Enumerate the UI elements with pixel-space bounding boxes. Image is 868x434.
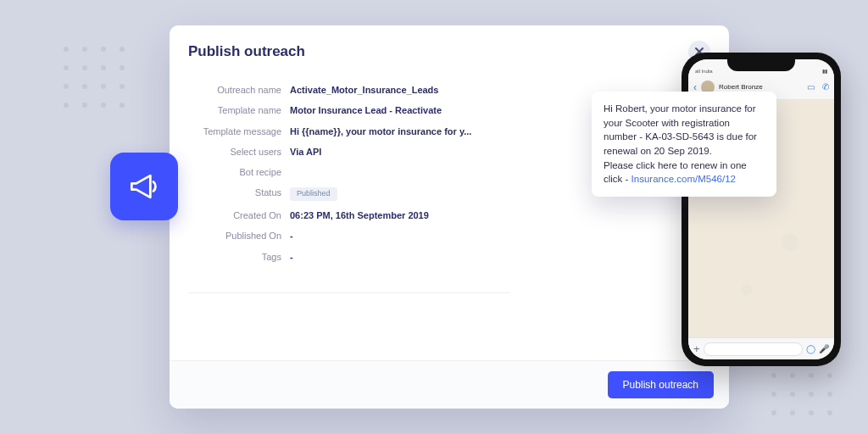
section-divider	[188, 292, 510, 293]
modal-footer: Publish outreach	[170, 360, 729, 409]
attach-icon[interactable]: +	[693, 342, 700, 355]
video-call-icon[interactable]: ▭	[807, 82, 815, 92]
field-label: Status	[188, 186, 290, 201]
field-value: -	[290, 251, 293, 263]
field-label: Published On	[188, 230, 290, 242]
message-text: Hi Robert, your motor insurance for your…	[604, 103, 757, 184]
field-template-message: Template message Hi {{name}}, your motor…	[188, 121, 510, 142]
status-icons: ▮▮	[822, 68, 827, 74]
field-value: Motor Insurance Lead - Reactivate	[290, 104, 442, 116]
field-template-name: Template name Motor Insurance Lead - Rea…	[188, 100, 510, 120]
field-label: Tags	[188, 251, 290, 263]
field-value: Hi {{name}}, your motor insurance for y.…	[290, 125, 471, 137]
field-created-on: Created On 06:23 PM, 16th September 2019	[188, 205, 510, 225]
message-preview-bubble: Hi Robert, your motor insurance for your…	[592, 92, 776, 197]
field-tags: Tags -	[188, 247, 510, 267]
field-published-on: Published On -	[188, 225, 510, 246]
phone-notch	[727, 59, 795, 71]
voice-call-icon[interactable]: ✆	[822, 82, 829, 92]
publish-outreach-button[interactable]: Publish outreach	[608, 371, 714, 398]
field-label: Created On	[188, 209, 290, 221]
field-select-users: Select users Via API	[188, 142, 510, 162]
field-value: Activate_Motor_Insurance_Leads	[290, 84, 438, 96]
field-outreach-name: Outreach name Activate_Motor_Insurance_L…	[188, 80, 510, 100]
outreach-app-icon	[110, 153, 178, 220]
modal-header: Publish outreach	[170, 25, 729, 71]
message-link[interactable]: Insurance.com/M546/12	[632, 174, 736, 184]
mic-icon[interactable]: 🎤	[819, 344, 829, 353]
field-value: -	[290, 230, 293, 242]
decorative-dots	[64, 47, 126, 109]
publish-outreach-modal: Publish outreach Outreach name Activate_…	[170, 25, 729, 409]
chat-input-bar: + ◯ 🎤	[688, 337, 834, 359]
field-label: Template name	[188, 104, 290, 116]
modal-title: Publish outreach	[188, 43, 305, 60]
field-value: Via API	[290, 146, 321, 158]
field-bot-recipe: Bot recipe	[188, 162, 510, 182]
carrier-label: all India	[695, 69, 713, 74]
field-status: Status Published	[188, 182, 510, 205]
field-value: 06:23 PM, 16th September 2019	[290, 209, 429, 221]
field-label: Bot recipe	[188, 166, 290, 178]
field-label: Outreach name	[188, 84, 290, 96]
megaphone-icon	[125, 168, 163, 205]
field-value: Published	[290, 186, 337, 201]
field-label: Template message	[188, 125, 290, 137]
field-label: Select users	[188, 146, 290, 158]
contact-name: Robert Bronze	[719, 83, 799, 91]
camera-icon[interactable]: ◯	[806, 344, 815, 353]
status-badge: Published	[290, 187, 337, 201]
message-input[interactable]	[704, 342, 803, 356]
detail-list: Outreach name Activate_Motor_Insurance_L…	[188, 80, 510, 293]
